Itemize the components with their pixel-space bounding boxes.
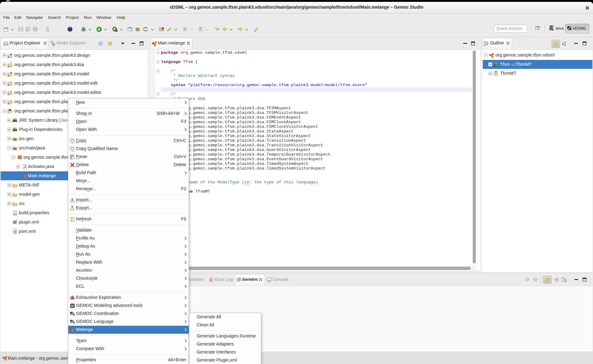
svg-text:J: J: [24, 165, 26, 169]
svg-text:010: 010: [14, 213, 17, 215]
svg-text:M: M: [14, 230, 16, 234]
svg-text:M: M: [10, 71, 12, 74]
svg-text:M: M: [71, 304, 74, 308]
svg-text:z: z: [565, 43, 566, 47]
svg-text:J: J: [10, 99, 12, 102]
svg-text:M: M: [10, 53, 12, 56]
svg-text:J: J: [10, 90, 12, 93]
svg-text:J: J: [10, 81, 12, 84]
svg-text:J: J: [552, 25, 554, 28]
